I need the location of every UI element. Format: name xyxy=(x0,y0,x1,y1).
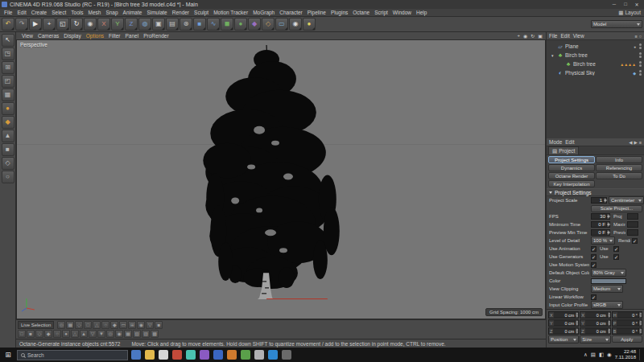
left-rail-tool-icon[interactable]: ◳ xyxy=(2,47,14,60)
left-rail-tool-icon[interactable]: ◆ xyxy=(2,116,14,129)
stepper[interactable] xyxy=(575,312,578,318)
preview-min-time-input[interactable]: 0 F xyxy=(591,229,610,236)
left-rail-tool-icon[interactable]: ▲ xyxy=(2,130,14,142)
palette-icon[interactable]: ■ xyxy=(155,321,163,329)
color-swatch[interactable] xyxy=(591,278,626,284)
clipped-checkbox[interactable]: ✓ xyxy=(613,254,619,260)
palette-icon[interactable]: ◎ xyxy=(106,330,114,338)
am-header-icon[interactable]: ≡ xyxy=(639,140,642,145)
btn-info[interactable]: Info xyxy=(596,156,642,163)
palette-icon[interactable]: △ xyxy=(93,321,101,329)
object-name[interactable]: Birch tree xyxy=(565,52,588,58)
toolbar-icon[interactable]: ■ xyxy=(193,18,206,31)
visibility-dots[interactable] xyxy=(639,52,642,58)
object-name[interactable]: Plane xyxy=(565,43,579,49)
coordinate-field[interactable]: Z 0 cm xyxy=(548,327,579,335)
toolbar-icon[interactable]: ● xyxy=(303,18,316,31)
toolbar-icon[interactable]: ◇ xyxy=(262,18,275,31)
viewport-menu-item[interactable]: ProRender xyxy=(141,33,171,39)
left-rail-tool-icon[interactable]: ■ xyxy=(2,143,14,156)
toolbar-icon[interactable]: ↻ xyxy=(70,18,83,31)
linear-workflow-checkbox[interactable]: ✓ xyxy=(591,294,597,300)
left-rail-tool-icon[interactable]: ◇ xyxy=(2,157,14,170)
btn-to-do[interactable]: To Do xyxy=(596,172,642,179)
toolbar-icon[interactable]: ↶ xyxy=(2,18,14,31)
default-object-color-select[interactable]: 80% Gray xyxy=(591,269,626,277)
visibility-dots[interactable] xyxy=(639,70,642,76)
menu-item[interactable]: Pipeline xyxy=(305,10,328,15)
tab-project[interactable]: ▤ Project xyxy=(548,146,579,154)
toolbar-icon[interactable]: ▣ xyxy=(152,18,165,31)
taskbar-app-icon[interactable] xyxy=(241,350,250,360)
toolbar-icon[interactable]: ◼ xyxy=(221,18,233,31)
palette-icon[interactable]: ▧ xyxy=(133,330,141,338)
toolbar-icon[interactable]: ▭ xyxy=(275,18,288,31)
coordinate-field[interactable]: X 0 cm xyxy=(548,311,579,319)
toolbar-icon[interactable]: ● xyxy=(234,18,247,31)
menu-item[interactable]: Create xyxy=(29,10,50,15)
palette-icon[interactable]: △ xyxy=(71,330,79,338)
tray-icon[interactable]: ▤ xyxy=(591,352,596,358)
left-rail-tool-icon[interactable]: ◰ xyxy=(2,75,14,88)
palette-icon[interactable]: ◆ xyxy=(44,330,52,338)
stepper[interactable] xyxy=(606,214,609,219)
om-header-icon[interactable]: ≡ xyxy=(634,34,637,39)
viewport-nav-icon[interactable]: + xyxy=(518,33,521,39)
menu-item[interactable]: Edit xyxy=(14,10,28,15)
taskbar-app-icon[interactable] xyxy=(145,350,155,360)
toolbar-icon[interactable]: ◱ xyxy=(56,18,69,31)
menu-item[interactable]: Select xyxy=(49,10,68,15)
om-menu-file[interactable]: File xyxy=(549,33,557,39)
taskbar-app-icon[interactable] xyxy=(131,350,141,360)
viewport-menu-item[interactable]: Cameras xyxy=(35,33,61,39)
project-scale-input[interactable]: 1 xyxy=(591,197,607,204)
toolbar-icon[interactable]: ◉ xyxy=(84,18,97,31)
palette-icon[interactable]: ◆ xyxy=(110,321,118,329)
toolbar-icon[interactable]: ◉ xyxy=(289,18,302,31)
expand-arrow-icon[interactable]: ▾ xyxy=(551,53,555,58)
menu-item[interactable]: Sculpt xyxy=(192,10,211,15)
stepper[interactable] xyxy=(607,328,610,334)
toolbar-icon[interactable]: + xyxy=(43,18,56,31)
palette-icon[interactable]: ▽ xyxy=(89,330,97,338)
left-rail-tool-icon[interactable]: ● xyxy=(2,102,14,115)
window-control-button[interactable]: ✕ xyxy=(631,2,642,7)
menu-item[interactable]: Snap xyxy=(103,10,120,15)
menu-item[interactable]: Render xyxy=(170,10,192,15)
om-header-icon[interactable]: ○ xyxy=(639,34,642,39)
section-project-settings[interactable]: Project Settings xyxy=(547,188,644,196)
toolbar-icon[interactable]: ▤ xyxy=(166,18,179,31)
taskbar-app-icon[interactable] xyxy=(254,350,264,360)
viewport-nav-icon[interactable]: ◉ xyxy=(523,33,527,39)
minimum-time-input[interactable]: 0 F xyxy=(591,221,610,228)
taskbar-clock[interactable]: 22:48 7.11.2018 xyxy=(615,349,636,360)
viewport-canvas[interactable]: Perspective Grid Spacing: 1000 cm xyxy=(16,40,546,319)
toolbar-icon[interactable]: ∿ xyxy=(207,18,220,31)
use-animation-checkbox[interactable]: ✓ xyxy=(591,246,597,252)
btn-octane-render[interactable]: Octane Render xyxy=(548,172,595,179)
left-rail-tool-icon[interactable]: ↖ xyxy=(2,34,14,47)
menu-item[interactable]: MoGraph xyxy=(250,10,277,15)
object-row[interactable]: ◐ Physical Sky ◆ xyxy=(547,68,644,77)
apply-button[interactable]: Apply xyxy=(612,335,642,343)
menu-item[interactable]: Octane xyxy=(350,10,372,15)
palette-icon[interactable]: □ xyxy=(18,330,26,338)
toolbar-icon[interactable]: ⊛ xyxy=(180,18,192,31)
stepper[interactable] xyxy=(603,198,606,203)
menu-item[interactable]: Window xyxy=(390,10,414,15)
palette-icon[interactable]: ▽ xyxy=(146,321,154,329)
level-of-detail-select[interactable]: 100 % xyxy=(591,237,615,245)
palette-icon[interactable]: ○ xyxy=(53,330,61,338)
viewport-menu-item[interactable]: Panel xyxy=(123,33,142,39)
palette-icon[interactable]: ○ xyxy=(101,321,109,329)
taskbar-app-icon[interactable] xyxy=(268,350,278,360)
left-rail-tool-icon[interactable]: ○ xyxy=(2,171,14,183)
palette-icon[interactable]: ◎ xyxy=(57,321,65,329)
am-menu-mode[interactable]: Mode xyxy=(549,139,562,145)
palette-icon[interactable]: ◉ xyxy=(137,321,145,329)
am-header-icon[interactable]: ◀ xyxy=(629,140,632,145)
clipped-field[interactable] xyxy=(627,221,638,228)
taskbar-app-icon[interactable] xyxy=(227,350,237,360)
taskbar-app-icon[interactable] xyxy=(213,350,223,360)
stepper[interactable] xyxy=(638,320,642,326)
